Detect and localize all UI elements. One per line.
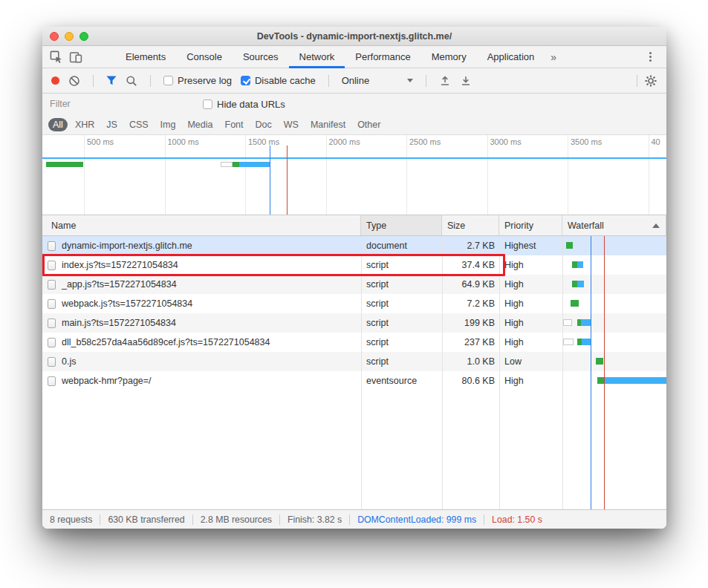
tab-performance[interactable]: Performance <box>345 46 420 68</box>
request-priority: High <box>499 255 562 275</box>
export-har-icon[interactable] <box>460 75 472 87</box>
file-icon <box>48 318 56 328</box>
type-filter-img[interactable]: Img <box>156 118 181 131</box>
disable-cache-checkbox[interactable]: Disable cache <box>241 75 316 86</box>
column-header-waterfall[interactable]: Waterfall <box>562 215 666 235</box>
waterfall-segment-blue <box>582 339 591 345</box>
clear-network-log-icon[interactable] <box>68 75 80 87</box>
type-filter-js[interactable]: JS <box>102 118 122 131</box>
request-row[interactable]: 0.jsscript1.0 KBLow <box>42 352 666 371</box>
fullscreen-window-button[interactable] <box>79 32 88 41</box>
request-waterfall <box>562 236 666 255</box>
filter-funnel-icon[interactable] <box>106 76 117 85</box>
status-divider <box>484 514 484 525</box>
chevron-down-icon <box>407 79 413 85</box>
record-network-log-button[interactable] <box>51 76 59 85</box>
grid-line <box>487 135 488 215</box>
menu-kebab-icon[interactable] <box>643 50 657 65</box>
filter-input[interactable] <box>50 99 203 109</box>
request-row[interactable]: webpack.js?ts=1572271054834script7.2 KBH… <box>42 294 666 313</box>
request-priority: Highest <box>499 236 562 255</box>
type-filter-css[interactable]: CSS <box>125 118 153 131</box>
more-tabs-button[interactable]: » <box>545 51 562 63</box>
preserve-log-checkbox[interactable]: Preserve log <box>163 75 232 86</box>
request-row[interactable]: index.js?ts=1572271054834script37.4 KBHi… <box>42 255 666 275</box>
file-icon <box>48 338 56 347</box>
request-size: 2.7 KB <box>442 236 499 255</box>
type-filter-all[interactable]: All <box>48 118 68 131</box>
inspect-element-icon[interactable] <box>47 48 66 67</box>
request-waterfall <box>562 255 666 275</box>
type-filter-doc[interactable]: Doc <box>251 118 276 131</box>
import-har-icon[interactable] <box>439 75 451 87</box>
status-bar: 8 requests630 KB transferred2.8 MB resou… <box>42 509 666 529</box>
time-tick-label: 2500 ms <box>409 137 441 146</box>
tab-console[interactable]: Console <box>176 46 233 68</box>
tab-application[interactable]: Application <box>477 46 545 68</box>
time-tick-label: 1500 ms <box>248 137 279 146</box>
settings-gear-icon[interactable] <box>641 71 660 91</box>
type-filter-font[interactable]: Font <box>221 118 248 131</box>
network-toolbar: Preserve log Disable cache Online <box>42 68 666 94</box>
request-row[interactable]: _app.js?ts=1572271054834script64.9 KBHig… <box>42 275 666 294</box>
column-header-name[interactable]: Name <box>42 215 361 235</box>
status-item: 630 KB transferred <box>108 514 184 525</box>
checkbox-label: Preserve log <box>178 75 232 86</box>
status-item: 2.8 MB resources <box>201 514 272 525</box>
status-item: Finish: 3.82 s <box>288 514 342 525</box>
request-row[interactable]: dynamic-import-nextjs.glitch.medocument2… <box>42 236 666 255</box>
column-header-priority[interactable]: Priority <box>499 215 562 235</box>
waterfall-segment-green <box>596 358 603 365</box>
request-waterfall <box>562 352 666 371</box>
throttling-select[interactable]: Online <box>342 75 413 86</box>
request-name: _app.js?ts=1572271054834 <box>62 275 177 294</box>
type-filter-manifest[interactable]: Manifest <box>306 118 350 131</box>
toolbar-divider <box>328 75 329 87</box>
type-filter-xhr[interactable]: XHR <box>71 118 99 131</box>
hide-data-urls-checkbox[interactable]: Hide data URLs <box>203 99 285 110</box>
type-filter-media[interactable]: Media <box>183 118 217 131</box>
network-overview-timeline[interactable]: 500 ms1000 ms1500 ms2000 ms2500 ms3000 m… <box>42 135 666 215</box>
request-name: dll_b58c257da4aa56d89cef.js?ts=157227105… <box>62 333 270 352</box>
request-name: index.js?ts=1572271054834 <box>62 255 178 275</box>
toolbar-divider <box>637 75 637 87</box>
request-row[interactable]: main.js?ts=1572271054834script199 KBHigh <box>42 313 666 333</box>
column-header-size[interactable]: Size <box>442 215 499 235</box>
time-tick-label: 3500 ms <box>571 137 602 146</box>
request-priority: High <box>499 275 562 294</box>
traffic-lights <box>50 32 88 41</box>
request-name-cell: webpack-hmr?page=/ <box>42 371 361 391</box>
time-tick-label: 1000 ms <box>168 137 199 146</box>
request-size: 1.0 KB <box>442 352 499 371</box>
resource-type-filters: AllXHRJSCSSImgMediaFontDocWSManifestOthe… <box>42 114 666 135</box>
tab-network[interactable]: Network <box>289 46 345 68</box>
device-toolbar-icon[interactable] <box>66 48 85 67</box>
waterfall-segment-wait <box>563 339 574 345</box>
type-filter-other[interactable]: Other <box>353 118 385 131</box>
waterfall-segment-green <box>571 300 579 307</box>
type-filter-ws[interactable]: WS <box>279 118 303 131</box>
request-name: main.js?ts=1572271054834 <box>62 313 176 333</box>
grid-line <box>568 135 568 215</box>
column-header-type[interactable]: Type <box>361 215 442 235</box>
request-row[interactable]: dll_b58c257da4aa56d89cef.js?ts=157227105… <box>42 333 666 352</box>
tab-memory[interactable]: Memory <box>421 46 477 68</box>
checkbox-box <box>163 76 173 85</box>
search-icon[interactable] <box>126 75 137 87</box>
titlebar: DevTools - dynamic-import-nextjs.glitch.… <box>42 27 666 46</box>
request-size: 7.2 KB <box>442 294 499 313</box>
request-size: 37.4 KB <box>442 255 499 275</box>
tab-sources[interactable]: Sources <box>233 46 289 68</box>
request-waterfall <box>562 313 666 333</box>
request-priority: High <box>499 313 562 333</box>
time-tick-label: 40 <box>652 137 660 146</box>
grid-line <box>406 135 407 215</box>
tab-elements[interactable]: Elements <box>115 46 176 68</box>
close-window-button[interactable] <box>50 32 59 41</box>
minimize-window-button[interactable] <box>65 32 74 41</box>
file-icon <box>48 299 56 309</box>
window-title: DevTools - dynamic-import-nextjs.glitch.… <box>257 31 452 42</box>
time-tick-label: 2000 ms <box>329 137 360 146</box>
request-row[interactable]: webpack-hmr?page=/eventsource80.6 KBHigh <box>42 371 666 391</box>
overview-request-bar <box>239 162 270 167</box>
